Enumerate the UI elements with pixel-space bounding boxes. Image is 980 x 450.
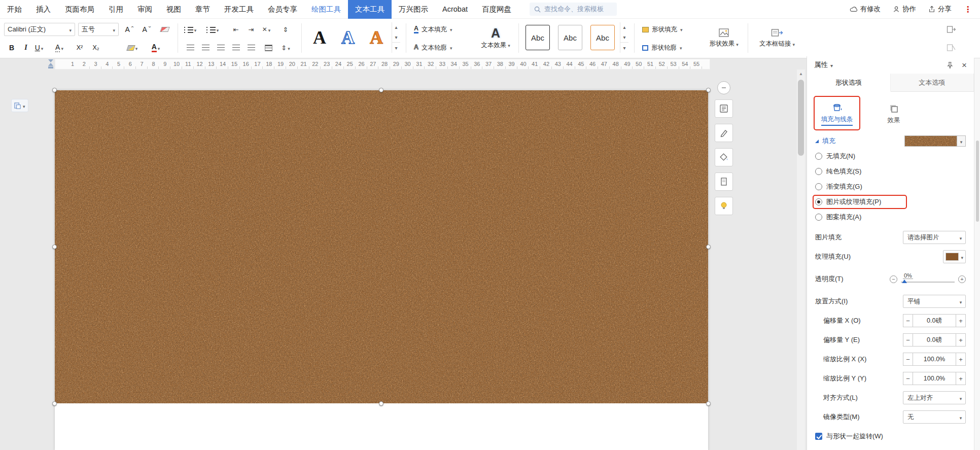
increment-button[interactable]: + [956, 314, 966, 327]
document-page[interactable] [55, 90, 708, 450]
fill-option-solid[interactable]: 纯色填充(S) [807, 164, 974, 179]
collaborate-button[interactable]: 协作 [893, 5, 916, 14]
effects-button[interactable]: 效果 [874, 98, 914, 129]
clear-format-button[interactable] [158, 23, 171, 36]
text-outline-button[interactable]: A 文本轮廓 [412, 41, 454, 54]
paragraph-layout-button[interactable] [262, 41, 275, 54]
tab-view[interactable]: 视图 [159, 0, 188, 19]
italic-button[interactable]: I [19, 41, 32, 54]
radio-icon[interactable] [815, 214, 822, 221]
tab-section[interactable]: 章节 [188, 0, 217, 19]
wordart-preset-3[interactable]: A [363, 22, 390, 53]
subscript-button[interactable]: X₂ [89, 41, 102, 54]
texture-fill-select[interactable] [943, 250, 966, 263]
current-fill-preview[interactable] [904, 135, 966, 147]
command-search-input[interactable]: 查找命令、搜索模板 [530, 3, 617, 16]
textbox-style-preset-1[interactable]: Abc [526, 25, 550, 50]
bold-button[interactable]: B [5, 41, 18, 54]
create-textbox-link-button[interactable] [944, 23, 958, 36]
asian-layout-button[interactable] [260, 23, 273, 36]
resize-handle-top-middle[interactable] [379, 88, 383, 92]
increment-button[interactable]: + [956, 333, 966, 347]
resize-handle-top-left[interactable] [52, 88, 57, 92]
resize-handle-middle-right[interactable] [706, 245, 711, 249]
resize-handle-middle-left[interactable] [52, 245, 57, 249]
scroll-up-button[interactable] [797, 70, 805, 78]
gallery-scroll-up[interactable] [392, 22, 400, 32]
increase-font-button[interactable]: A [123, 23, 136, 36]
gallery-scroll-down[interactable] [392, 32, 400, 43]
break-textbox-link-button[interactable] [944, 41, 958, 54]
format-painter-button[interactable] [715, 148, 733, 166]
tab-text-options[interactable]: 文本选项 [891, 74, 974, 91]
bullet-list-button[interactable] [184, 23, 197, 36]
decrease-indent-button[interactable] [229, 23, 242, 36]
wordart-preset-1[interactable]: A [306, 22, 333, 53]
tab-insert[interactable]: 插入 [29, 0, 58, 19]
highlight-color-button[interactable] [126, 41, 139, 54]
fill-preview-dropdown[interactable] [957, 135, 966, 147]
resize-handle-bottom-middle[interactable] [379, 401, 383, 406]
gallery-more-button[interactable] [392, 42, 400, 53]
tab-page-layout[interactable]: 页面布局 [58, 0, 101, 19]
increment-button[interactable]: + [956, 372, 966, 385]
increment-button[interactable]: + [956, 353, 966, 366]
shape-fill-button[interactable]: 形状填充 [640, 23, 685, 36]
shape-outline-button[interactable]: 形状轮廓 [640, 41, 684, 54]
decrement-button[interactable]: − [903, 372, 913, 385]
decrement-button[interactable]: − [903, 353, 913, 366]
document-vertical-scrollbar[interactable] [797, 70, 805, 450]
canvas-quick-tool-button[interactable] [11, 99, 28, 112]
scale-y-stepper[interactable]: − 100.0% + [903, 372, 966, 385]
shape-effects-button[interactable]: 形状效果 [706, 22, 742, 54]
decrement-button[interactable]: − [903, 333, 913, 347]
panel-scrollbar[interactable] [974, 56, 980, 450]
tab-references[interactable]: 引用 [101, 0, 130, 19]
panel-title-dropdown-icon[interactable] [830, 61, 833, 69]
collapse-tools-button[interactable] [717, 81, 730, 94]
rotate-with-shape-row[interactable]: 与形状一起旋转(W) [807, 427, 974, 446]
increase-transparency-button[interactable]: + [958, 275, 966, 283]
align-right-button[interactable] [214, 41, 227, 54]
wordart-preset-2[interactable]: A [335, 22, 361, 53]
scrollbar-thumb[interactable] [798, 80, 804, 156]
radio-icon-checked[interactable] [815, 198, 822, 205]
annotation-pen-button[interactable] [715, 124, 733, 142]
pin-icon[interactable] [946, 61, 954, 69]
tab-developer[interactable]: 开发工具 [217, 0, 261, 19]
text-direction-button[interactable] [279, 23, 292, 36]
alignment-select[interactable]: 左上对齐 [903, 391, 966, 404]
superscript-button[interactable]: X² [73, 41, 86, 54]
tab-review[interactable]: 审阅 [130, 0, 159, 19]
mirror-type-select[interactable]: 无 [903, 410, 966, 424]
document-map-button[interactable] [715, 99, 733, 118]
leather-filled-shape[interactable] [55, 90, 708, 403]
fill-section-header[interactable]: 填充 [807, 133, 974, 149]
textbox-link-button[interactable]: 文本框链接 [754, 22, 800, 54]
fill-option-picture-texture[interactable]: 图片或纹理填充(P) [807, 194, 974, 210]
textbox-style-preset-2[interactable]: Abc [558, 25, 582, 50]
offset-y-stepper[interactable]: − 0.0磅 + [903, 333, 966, 347]
tab-text-tools[interactable]: 文本工具 [348, 0, 392, 19]
line-spacing-button[interactable] [279, 41, 292, 54]
share-button[interactable]: 分享 [928, 5, 952, 14]
tab-membership[interactable]: 会员专享 [261, 0, 304, 19]
decrease-font-button[interactable]: A [140, 23, 153, 36]
tab-drawing-tools[interactable]: 绘图工具 [304, 0, 348, 19]
radio-icon[interactable] [815, 183, 822, 190]
placement-select[interactable]: 平铺 [903, 295, 966, 308]
font-size-select[interactable]: 五号 [78, 23, 119, 36]
transparency-slider[interactable]: − 0% + [890, 273, 966, 285]
indent-marker[interactable] [48, 59, 53, 68]
justify-button[interactable] [229, 41, 242, 54]
text-fill-button[interactable]: A 文本填充 [412, 23, 454, 36]
tab-baidu-netdisk[interactable]: 百度网盘 [475, 0, 518, 19]
text-effects-button[interactable]: A 文本效果 [478, 22, 513, 54]
offset-x-stepper[interactable]: − 0.0磅 + [903, 314, 966, 327]
align-left-button[interactable] [184, 41, 197, 54]
slider-thumb[interactable] [902, 280, 907, 283]
scale-x-stepper[interactable]: − 100.0% + [903, 353, 966, 366]
more-menu-icon[interactable] [964, 5, 972, 14]
gallery-scroll-down[interactable] [620, 32, 628, 43]
font-color-button[interactable]: A [149, 41, 162, 54]
